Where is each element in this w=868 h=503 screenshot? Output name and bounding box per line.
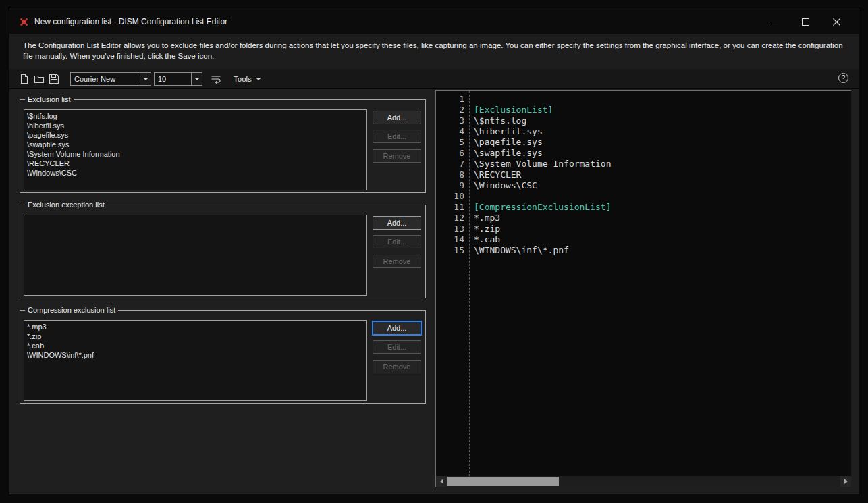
exclusion-remove-button: Remove bbox=[373, 149, 421, 163]
editor-line: 13*.zip bbox=[436, 223, 851, 234]
new-file-button[interactable] bbox=[18, 72, 31, 86]
editor-line: 7\System Volume Information bbox=[436, 159, 851, 169]
editor-line: 11[CompressionExclusionList] bbox=[436, 202, 851, 213]
compression-exclusion-group: Compression exclusion list *.mp3*.zip*.c… bbox=[20, 310, 426, 404]
code-editor[interactable]: 12[ExclusionList]3\$ntfs.log4\hiberfil.s… bbox=[435, 90, 851, 487]
tools-menu[interactable]: Tools bbox=[229, 72, 265, 86]
code-text: \hiberfil.sys bbox=[464, 126, 543, 137]
list-item[interactable]: *.cab bbox=[24, 341, 366, 350]
save-button[interactable] bbox=[47, 72, 61, 86]
code-text: [CompressionExclusionList] bbox=[464, 202, 612, 213]
editor-line: 1 bbox=[436, 94, 851, 105]
maximize-button[interactable] bbox=[790, 9, 821, 34]
new-file-icon bbox=[19, 74, 30, 84]
line-number: 2 bbox=[436, 105, 464, 115]
code-text: \Windows\CSC bbox=[464, 180, 537, 191]
list-item[interactable]: \swapfile.sys bbox=[24, 140, 366, 149]
horizontal-scrollbar[interactable] bbox=[436, 476, 851, 487]
chevron-down-icon[interactable] bbox=[140, 73, 151, 85]
close-icon bbox=[833, 18, 840, 26]
minimize-icon bbox=[771, 22, 778, 22]
compression-edit-button: Edit... bbox=[373, 340, 421, 354]
code-text: \WINDOWS\inf\*.pnf bbox=[464, 245, 569, 256]
minimize-button[interactable] bbox=[759, 9, 790, 34]
window-title: New configuration list - DISM Configurat… bbox=[34, 17, 227, 26]
exclusion-list-group: Exclusion list \$ntfs.log\hiberfil.sys\p… bbox=[20, 99, 426, 193]
line-number: 13 bbox=[436, 223, 464, 234]
code-text: \RECYCLER bbox=[464, 169, 521, 180]
group-label: Exclusion list bbox=[25, 95, 74, 104]
code-text: [ExclusionList] bbox=[464, 105, 553, 115]
exclusion-listbox[interactable]: \$ntfs.log\hiberfil.sys\pagefile.sys\swa… bbox=[24, 109, 367, 190]
line-number: 15 bbox=[436, 245, 464, 256]
list-item[interactable]: \pagefile.sys bbox=[24, 130, 366, 140]
list-item[interactable]: \RECYCLER bbox=[24, 159, 366, 168]
exception-remove-button: Remove bbox=[373, 255, 421, 268]
exception-add-button[interactable]: Add... bbox=[373, 216, 421, 230]
code-text: \$ntfs.log bbox=[464, 115, 526, 126]
chevron-down-icon[interactable] bbox=[191, 73, 202, 85]
chevron-down-icon bbox=[256, 78, 261, 80]
scroll-left-icon bbox=[440, 479, 443, 484]
word-wrap-button[interactable] bbox=[209, 72, 223, 86]
scroll-right-button[interactable] bbox=[840, 476, 851, 487]
editor-line: 8\RECYCLER bbox=[436, 169, 851, 180]
scrollbar-thumb[interactable] bbox=[447, 477, 559, 486]
group-label: Exclusion exception list bbox=[25, 200, 107, 209]
editor-line: 5\pagefile.sys bbox=[436, 137, 851, 148]
description-text: The Configuration List Editor allows you… bbox=[9, 34, 859, 69]
title-bar[interactable]: New configuration list - DISM Configurat… bbox=[9, 9, 859, 34]
help-button[interactable]: ? bbox=[838, 73, 848, 83]
compression-listbox[interactable]: *.mp3*.zip*.cab\WINDOWS\inf\*.pnf bbox=[24, 320, 367, 401]
window-controls bbox=[759, 9, 852, 34]
font-size-select[interactable]: 10 bbox=[154, 72, 202, 86]
exception-listbox[interactable] bbox=[24, 215, 367, 296]
list-item[interactable]: \System Volume Information bbox=[24, 149, 366, 159]
desktop: New configuration list - DISM Configurat… bbox=[0, 0, 868, 503]
gutter-separator bbox=[469, 91, 470, 476]
scroll-left-button[interactable] bbox=[436, 476, 447, 487]
list-item[interactable]: \$ntfs.log bbox=[24, 111, 366, 121]
code-text: \System Volume Information bbox=[464, 159, 612, 169]
editor-line: 2[ExclusionList] bbox=[436, 105, 851, 115]
line-number: 9 bbox=[436, 180, 464, 191]
editor-line: 4\hiberfil.sys bbox=[436, 126, 851, 137]
line-number: 3 bbox=[436, 115, 464, 126]
code-text: \swapfile.sys bbox=[464, 148, 543, 159]
font-family-value: Courier New bbox=[71, 75, 140, 83]
line-number: 14 bbox=[436, 234, 464, 245]
list-item[interactable]: *.zip bbox=[24, 332, 366, 341]
line-number: 8 bbox=[436, 169, 464, 180]
line-number: 11 bbox=[436, 202, 464, 213]
line-number: 6 bbox=[436, 148, 464, 159]
line-number: 5 bbox=[436, 137, 464, 148]
app-window: New configuration list - DISM Configurat… bbox=[9, 9, 859, 494]
editor-lines[interactable]: 12[ExclusionList]3\$ntfs.log4\hiberfil.s… bbox=[436, 91, 851, 476]
app-icon bbox=[20, 18, 28, 26]
list-item[interactable]: *.mp3 bbox=[24, 322, 366, 332]
word-wrap-icon bbox=[211, 74, 221, 84]
editor-line: 12*.mp3 bbox=[436, 213, 851, 223]
line-number: 7 bbox=[436, 159, 464, 169]
close-button[interactable] bbox=[821, 9, 852, 34]
compression-remove-button: Remove bbox=[373, 360, 421, 373]
list-item[interactable]: \Windows\CSC bbox=[24, 168, 366, 178]
maximize-icon bbox=[802, 18, 809, 26]
exclusion-add-button[interactable]: Add... bbox=[373, 111, 421, 124]
editor-line: 14*.cab bbox=[436, 234, 851, 245]
group-label: Compression exclusion list bbox=[25, 305, 118, 315]
editor-line: 10 bbox=[436, 191, 851, 202]
list-item[interactable]: \hiberfil.sys bbox=[24, 121, 366, 130]
font-family-select[interactable]: Courier New bbox=[70, 72, 151, 86]
list-item[interactable]: \WINDOWS\inf\*.pnf bbox=[24, 350, 366, 360]
exception-edit-button: Edit... bbox=[373, 235, 421, 248]
toolbar: Courier New 10 Tools ? bbox=[9, 69, 859, 89]
save-icon bbox=[49, 74, 59, 84]
editor-line: 9\Windows\CSC bbox=[436, 180, 851, 191]
editor-line: 6\swapfile.sys bbox=[436, 148, 851, 159]
line-number: 1 bbox=[436, 94, 464, 105]
editor-line: 3\$ntfs.log bbox=[436, 115, 851, 126]
exclusion-edit-button: Edit... bbox=[373, 130, 421, 143]
compression-add-button[interactable]: Add... bbox=[373, 321, 421, 335]
open-file-button[interactable] bbox=[32, 72, 46, 86]
